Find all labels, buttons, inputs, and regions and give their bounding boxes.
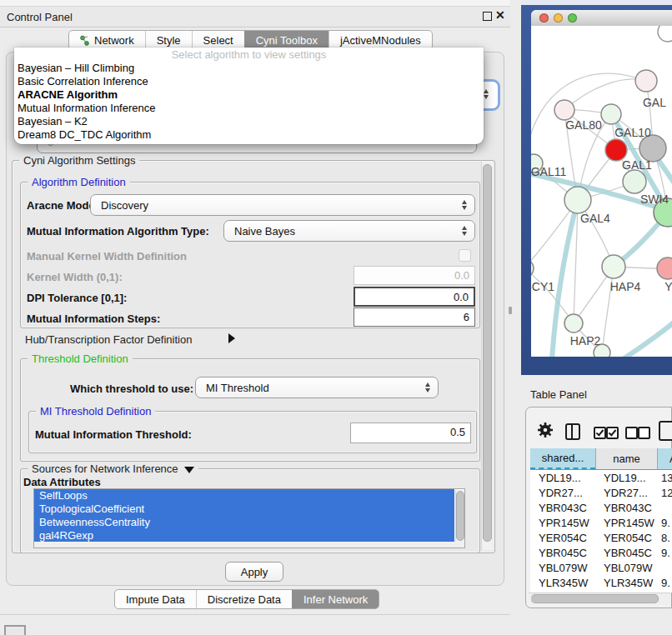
which-threshold-label: Which threshold to use: [70,382,193,395]
mi-type-combo[interactable]: Naive Bayes [223,220,475,242]
apply-button[interactable]: Apply [225,562,283,582]
network-node[interactable] [564,314,583,332]
data-attribute-item[interactable]: SelfLoops [34,489,454,502]
data-attribute-item[interactable]: TopologicalCoefficient [34,502,454,516]
table-row[interactable]: YBL079WYBL079W [530,560,672,575]
network-canvas[interactable]: GALGAL80GAL10GAL1GAL11SWI4GAL4GCY1HAP4YH… [531,26,672,357]
table-cell: 8. [657,532,672,544]
table-column-header[interactable]: shared... [530,448,595,469]
data-attribute-item[interactable]: gal4RGexp [34,529,454,542]
table-row[interactable]: YPR145WYPR145W9. [530,515,672,530]
settings-scrollbar-thumb[interactable] [483,164,492,542]
data-attributes-list[interactable]: SelfLoopsTopologicalCoefficientBetweenne… [33,488,465,548]
tab-jactivemnodules[interactable]: jActiveMNodules [328,31,432,49]
network-node-label: GAL10 [614,126,651,139]
table-cell: 12 [657,487,672,499]
close-traffic-light[interactable] [539,13,549,22]
tab-discretize-data[interactable]: Discretize Data [196,590,292,608]
network-node[interactable] [564,187,591,213]
page-icon[interactable] [659,421,672,441]
attributes-list-hscrollbar[interactable] [34,542,464,548]
expand-arrow-icon[interactable] [228,333,235,343]
tab-infer-network[interactable]: Infer Network [292,590,379,608]
bottom-tabbar: Impute Data Discretize Data Infer Networ… [114,589,379,609]
mi-steps-field[interactable]: 6 [354,308,475,327]
network-node-label: GAL80 [565,118,602,132]
network-node[interactable] [658,26,672,42]
table-hscrollbar-thumb[interactable] [531,594,659,603]
sources-title-text: Sources for Network Inference [32,462,178,475]
network-window-titlebar[interactable] [531,10,672,27]
settings-gear-icon[interactable] [537,422,554,438]
tab-impute-data[interactable]: Impute Data [115,590,196,608]
network-node[interactable] [602,255,625,278]
split-column-icon[interactable] [565,423,580,440]
table-row[interactable]: YBR045CYBR045C9. [530,545,672,560]
collapse-arrow-icon[interactable] [184,467,194,473]
algorithm-option[interactable]: Basic Correlation Inference [14,75,484,88]
table-cell: YBR045C [530,547,595,559]
tab-network[interactable]: Network [69,31,145,49]
table-row[interactable]: YBR043CYBR043C [530,500,672,515]
tab-cyni-toolbox[interactable]: Cyni Toolbox [244,31,328,49]
table-column-header[interactable]: name [595,448,657,469]
network-node[interactable] [657,258,672,279]
mi-steps-label: Mutual Information Steps: [27,312,160,325]
data-attribute-item[interactable]: BetweennessCentrality [34,516,454,529]
network-edge[interactable] [531,268,574,323]
dpi-tolerance-label: DPI Tolerance [0,1]: [27,292,127,304]
unchecked-column-icon[interactable] [638,427,650,439]
network-node-label: GAL [643,96,666,109]
hub-section-label[interactable]: Hub/Transcription Factor Definition [25,333,192,346]
checked-column-icon[interactable] [606,427,619,439]
mi-threshold-field[interactable]: 0.5 [350,422,471,443]
network-node[interactable] [623,170,646,193]
network-node[interactable] [635,70,657,92]
kernel-width-field[interactable]: 0.0 [354,266,475,285]
tab-impute-data-label: Impute Data [126,593,185,606]
network-node-label: Y [664,280,672,293]
manual-kernel-checkbox[interactable] [459,249,471,262]
algorithm-dropdown-items: Bayesian – Hill ClimbingBasic Correlatio… [14,62,484,142]
float-window-icon[interactable] [483,12,492,21]
checked-column-icon[interactable] [594,427,606,439]
tab-style[interactable]: Style [145,31,192,49]
zoom-traffic-light[interactable] [568,13,577,22]
unchecked-column-icon[interactable] [625,427,638,439]
table-cell: YBR043C [595,502,657,514]
network-edge-highlighted[interactable] [552,200,578,357]
network-node[interactable] [554,100,574,120]
tab-select[interactable]: Select [192,31,244,49]
network-icon [80,35,90,46]
kernel-width-label: Kernel Width (0,1): [27,271,123,283]
attributes-list-scrollbar-thumb[interactable] [456,491,464,541]
table-row[interactable]: YDR27...YDR27...12 [530,485,672,500]
network-edge-highlighted[interactable] [623,319,672,357]
algorithm-option[interactable]: Dream8 DC_TDC Algorithm [14,128,484,142]
algorithm-option[interactable]: ARACNE Algorithm [14,88,484,102]
mi-threshold-group-title: MI Threshold Definition [36,405,155,418]
aracne-mode-combo[interactable]: Discovery [90,194,475,216]
table-cell: YDR27... [530,487,595,499]
algorithm-option[interactable]: Mutual Information Inference [14,102,484,115]
close-icon[interactable]: ✕ [495,8,505,22]
minimize-traffic-light[interactable] [554,13,563,22]
panel-divider-handle[interactable] [509,307,512,314]
network-node[interactable] [601,104,621,124]
table-cell: YDL19... [595,472,657,484]
table-row[interactable]: YDL19...YDL19...13 [530,470,672,485]
threshold-definition-title: Threshold Definition [28,352,133,365]
collapsed-panel-icon[interactable] [4,625,26,635]
mi-type-value: Naive Bayes [224,225,459,238]
dpi-tolerance-field[interactable]: 0.0 [354,287,475,307]
table-row[interactable]: YER054CYER054C8. [530,530,672,545]
combo-stepper-icon [422,382,434,392]
table-column-header[interactable]: A [657,448,672,469]
algorithm-option[interactable]: Bayesian – K2 [14,115,484,128]
algorithm-option[interactable]: Bayesian – Hill Climbing [14,62,484,75]
tab-network-label: Network [94,34,134,47]
table-header: shared...nameA [530,448,672,470]
which-threshold-combo[interactable]: MI Threshold [195,377,439,398]
table-row[interactable]: YLR345WYLR345W9. [530,575,672,590]
network-node-label: GAL1 [622,158,652,172]
